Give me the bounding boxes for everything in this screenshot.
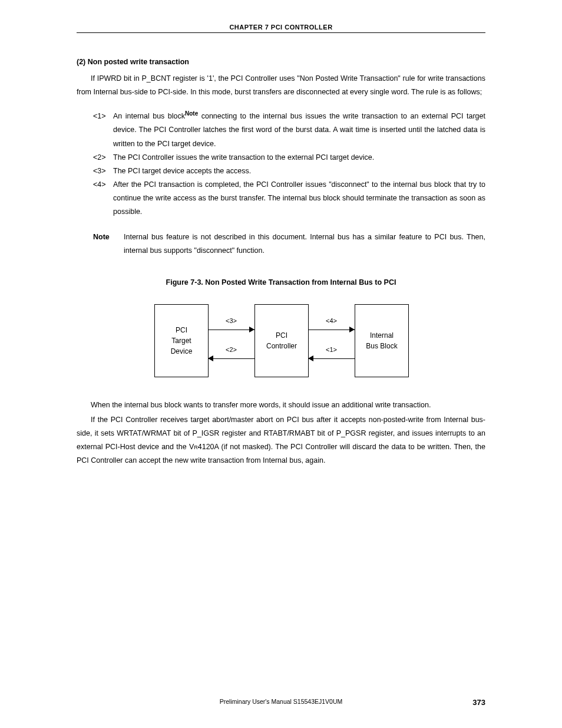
list-item: <4> After the PCI transaction is complet… [93, 178, 485, 219]
text: An internal bus block [113, 112, 185, 120]
page-number: 373 [472, 698, 485, 707]
box-pci-target-device: PCI Target Device [154, 304, 209, 377]
box-line: Target [171, 335, 191, 346]
arrow-label: <4> [308, 317, 355, 324]
box-line: Device [171, 346, 193, 357]
arrow-2: <2> [208, 354, 254, 364]
list-marker: <4> [93, 178, 113, 219]
intro-paragraph: If IPWRD bit in P_BCNT register is '1', … [77, 72, 485, 99]
list-marker: <1> [93, 110, 113, 150]
page-footer: Preliminary User's Manual S15543EJ1V0UM … [77, 698, 485, 707]
list-marker: <3> [93, 164, 113, 178]
box-line: Internal [370, 330, 394, 341]
box-line: Bus Block [366, 341, 397, 351]
list-content: After the PCI transaction is completed, … [113, 178, 485, 219]
header-rule [77, 32, 485, 33]
note-label: Note [93, 230, 124, 258]
chapter-header: CHAPTER 7 PCI CONTROLLER [77, 24, 485, 31]
list-marker: <2> [93, 151, 113, 164]
figure-caption: Figure 7-3. Non Posted Write Transaction… [77, 278, 485, 286]
box-line: PCI [276, 330, 287, 341]
steps-list: <1> An internal bus blockNote connecting… [93, 110, 485, 219]
note-content: Internal bus feature is not described in… [124, 230, 485, 258]
arrow-1: <1> [308, 354, 355, 364]
arrow-label: <2> [208, 346, 254, 353]
arrow-4: <4> [308, 325, 355, 335]
box-line: Controller [266, 341, 297, 351]
arrow-3: <3> [208, 325, 254, 335]
list-content: An internal bus blockNote connecting to … [113, 110, 485, 150]
arrow-label: <3> [208, 317, 254, 324]
paragraph: When the internal bus block wants to tra… [77, 398, 485, 412]
section-title: (2) Non posted write transaction [77, 58, 485, 66]
note-superscript: Note [185, 110, 198, 117]
list-item: <3> The PCI target device accepts the ac… [93, 164, 485, 178]
list-content: The PCI target device accepts the access… [113, 164, 485, 178]
box-internal-bus-block: Internal Bus Block [355, 304, 409, 377]
list-item: <1> An internal bus blockNote connecting… [93, 110, 485, 150]
footer-doc-id: Preliminary User's Manual S15543EJ1V0UM [77, 698, 485, 705]
box-pci-controller: PCI Controller [254, 304, 309, 377]
figure-diagram: PCI Target Device PCI Controller Interna… [154, 304, 408, 381]
paragraph: If the PCI Controller receives target ab… [77, 413, 485, 468]
list-content: The PCI Controller issues the write tran… [113, 151, 485, 164]
arrow-label: <1> [308, 346, 355, 353]
note-block: Note Internal bus feature is not describ… [93, 230, 485, 258]
list-item: <2> The PCI Controller issues the write … [93, 151, 485, 164]
box-line: PCI [176, 325, 187, 335]
subscript-r: R [194, 444, 198, 450]
